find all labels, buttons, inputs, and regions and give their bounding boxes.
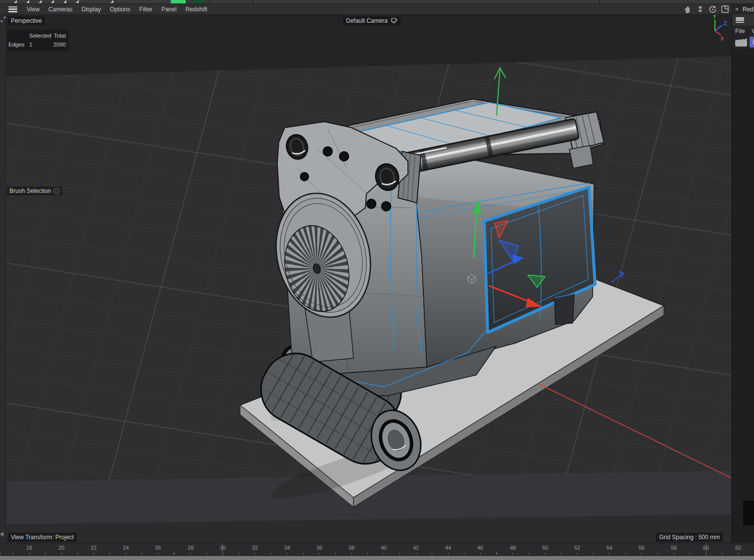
expand-viewport-icon[interactable] <box>0 16 6 22</box>
camera-icon <box>390 18 398 25</box>
toolbar-flyout-triangle <box>63 0 66 3</box>
menu-item-options[interactable]: Options <box>105 6 135 13</box>
view-mode-label[interactable]: Perspective <box>8 16 45 25</box>
panel-menu-view[interactable]: V <box>752 28 754 35</box>
redshift-panel: × Red File V <box>732 4 754 543</box>
frame-label: 28 <box>188 545 194 551</box>
tool-play-icon[interactable] <box>53 188 60 194</box>
timeline-scrollbar-strip[interactable] <box>0 556 754 560</box>
frame-label: 46 <box>477 545 483 551</box>
view-transform-status: View Transform: Project <box>8 533 77 542</box>
frame-label: 26 <box>155 545 161 551</box>
toolbar-flyout-triangle <box>51 0 54 3</box>
collapse-arrow-icon[interactable] <box>0 532 3 537</box>
menu-item-cameras[interactable]: Cameras <box>44 6 77 13</box>
frame-marker-30[interactable] <box>222 543 223 556</box>
camera-label-text: Default Camera <box>346 17 388 24</box>
frame-label: 38 <box>349 545 354 551</box>
frame-label: 52 <box>574 545 580 551</box>
ruler-ticks <box>0 553 754 555</box>
frame-label: 48 <box>510 545 516 551</box>
toolbar-flyout-triangle <box>26 0 29 3</box>
panel-menu-file[interactable]: File <box>735 28 745 35</box>
frame-label: 20 <box>58 545 64 551</box>
top-toolbar-sliver <box>0 0 754 4</box>
frame-label: 34 <box>284 545 290 551</box>
toolbar-active-button-edge <box>171 0 186 3</box>
toolbar-flyout-triangle <box>39 0 42 3</box>
clapperboard-icon[interactable] <box>735 37 748 49</box>
frame-label: 18 <box>26 545 32 551</box>
toolbar-separator <box>252 0 253 4</box>
floor-grid-major-b <box>6 15 731 543</box>
toolbar-flyout-triangle <box>76 0 79 3</box>
frame-label: 54 <box>606 545 612 551</box>
panel-tab-bar: × Red <box>732 4 754 14</box>
left-toolbar-strip <box>0 15 6 543</box>
stats-header-selected: Selected <box>29 31 52 40</box>
menu-item-filter[interactable]: Filter <box>135 6 157 13</box>
pan-hand-icon[interactable] <box>684 5 692 13</box>
frame-marker-60[interactable] <box>706 543 706 556</box>
stats-header-total: Total <box>52 31 66 40</box>
frame-label: 32 <box>252 545 258 551</box>
menu-item-display[interactable]: Display <box>77 6 105 13</box>
toolbar-flyout-triangle <box>110 0 113 3</box>
panel-menubar: File V <box>732 26 754 36</box>
frame-label: 22 <box>91 545 97 551</box>
panel-icon-row <box>732 36 754 50</box>
panel-menu-row <box>732 14 754 26</box>
selection-stats: Selected Total Edges 1 2090 <box>7 30 69 51</box>
frame-label: 42 <box>413 545 419 551</box>
frame-label: 44 <box>445 545 451 551</box>
toolbar-flyout-triangle <box>14 0 17 3</box>
frame-label: 36 <box>316 545 322 551</box>
frame-label: 24 <box>123 545 129 551</box>
active-tool-hint: Brush Selection <box>7 187 62 195</box>
hamburger-menu-icon[interactable] <box>736 17 744 23</box>
orbit-rotate-icon[interactable] <box>708 5 717 13</box>
camera-label[interactable]: Default Camera <box>343 16 401 26</box>
frame-label: 40 <box>381 545 387 551</box>
toolbar-separator <box>209 0 210 4</box>
panel-title[interactable]: Red <box>743 6 754 13</box>
maximize-view-icon[interactable] <box>721 5 729 13</box>
panel-footer-block <box>743 501 754 525</box>
stats-total-value: 2090 <box>52 40 66 49</box>
close-icon[interactable]: × <box>735 6 739 13</box>
timeline-ruler[interactable]: 18 20 22 24 26 28 30 32 34 36 38 40 42 4… <box>0 543 754 556</box>
frame-label: 58 <box>671 545 677 551</box>
menu-item-view[interactable]: View <box>22 6 44 13</box>
toolbar-button-edge <box>192 0 205 3</box>
toolbar-separator <box>599 0 600 4</box>
hamburger-menu-icon[interactable] <box>8 6 17 12</box>
frame-label: 30 <box>220 545 226 551</box>
stats-row-label: Edges <box>8 40 29 49</box>
tool-hint-text: Brush Selection <box>9 187 51 194</box>
dolly-zoom-icon[interactable] <box>696 5 704 13</box>
cinema4d-window: View Cameras Display Options Filter Pane… <box>0 0 754 560</box>
material-icon[interactable] <box>750 37 754 49</box>
frame-label: 50 <box>542 545 548 551</box>
menu-item-redshift[interactable]: Redshift <box>181 6 212 13</box>
frame-label: 62 <box>735 545 741 551</box>
grid-spacing-status: Grid Spacing : 500 mm <box>656 533 723 542</box>
frame-label: 56 <box>639 545 645 551</box>
stats-selected-value: 1 <box>29 40 52 49</box>
viewport-menu-bar: View Cameras Display Options Filter Pane… <box>0 4 754 15</box>
viewport[interactable] <box>6 15 731 543</box>
menu-item-panel[interactable]: Panel <box>157 6 181 13</box>
